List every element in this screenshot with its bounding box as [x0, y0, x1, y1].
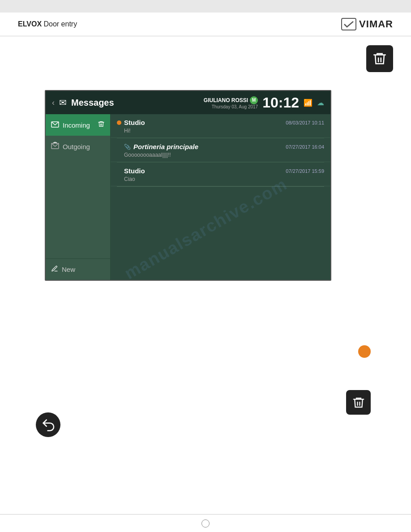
message-item[interactable]: Studio 08/03/2017 10:11 Hi!: [111, 114, 330, 138]
trash-button-bottom[interactable]: [346, 390, 371, 415]
sidebar-new[interactable]: New: [46, 258, 110, 280]
vimar-text: VIMAR: [359, 18, 393, 30]
message-date: 07/27/2017 15:59: [286, 168, 324, 174]
cloud-icon: ☁: [317, 99, 324, 107]
sidebar: Incoming Outgoin: [46, 114, 111, 280]
trash-icon-bottom: [352, 396, 365, 409]
messages-title: Messages: [71, 98, 114, 108]
message-header: Studio 08/03/2017 10:11: [117, 119, 324, 126]
message-list: Studio 08/03/2017 10:11 Hi! 📎 Portineria: [111, 114, 330, 280]
reply-button[interactable]: [36, 412, 60, 437]
reply-icon: [41, 417, 56, 433]
sender-row: Studio: [117, 167, 145, 175]
message-preview: Ciao: [117, 176, 324, 182]
user-info: GIULIANO ROSSI M Thursday 03, Aug 2017: [204, 96, 258, 109]
topbar-left: ‹ ✉ Messages: [52, 97, 114, 108]
sidebar-spacer: [46, 157, 110, 258]
message-preview: Goooooooaaaal||||!!: [117, 152, 324, 158]
pencil-icon: [51, 265, 58, 274]
screen-topbar: ‹ ✉ Messages GIULIANO ROSSI M Thursday 0…: [46, 91, 330, 114]
clock-time: 10:12: [262, 94, 299, 111]
new-label: New: [62, 266, 75, 273]
sidebar-trash-icon[interactable]: [98, 120, 105, 129]
footer: [0, 514, 411, 532]
main-content: path{stroke:#fff;stroke-width:1.8;fill:n…: [0, 36, 411, 529]
incoming-icon: [51, 120, 59, 129]
topbar-right: GIULIANO ROSSI M Thursday 03, Aug 2017 1…: [204, 94, 324, 111]
vimar-logo: VIMAR: [341, 18, 393, 30]
sidebar-item-outgoing[interactable]: Outgoing: [46, 136, 110, 157]
message-item[interactable]: Studio 07/27/2017 15:59 Ciao: [111, 163, 330, 186]
device-screenshot: ‹ ✉ Messages GIULIANO ROSSI M Thursday 0…: [45, 90, 331, 281]
footer-circle: [201, 519, 210, 528]
sender-row: Studio: [117, 119, 145, 126]
outgoing-icon: [51, 142, 59, 151]
sender-row: 📎 Portineria principale: [117, 143, 198, 150]
message-sender: Studio: [124, 119, 145, 126]
incoming-label: Incoming: [63, 121, 94, 129]
envelope-icon: ✉: [59, 97, 67, 108]
orange-indicator: [358, 345, 371, 358]
message-preview: Hi!: [117, 128, 324, 134]
brand-bar: ELVOX Door entry VIMAR: [0, 13, 411, 36]
message-date: 08/03/2017 10:11: [286, 120, 324, 125]
header-bar: [0, 0, 411, 13]
trash-icon-top: path{stroke:#fff;stroke-width:1.8;fill:n…: [372, 51, 387, 66]
back-arrow-icon[interactable]: ‹: [52, 98, 55, 107]
sidebar-item-incoming[interactable]: Incoming: [46, 114, 110, 136]
trash-button-top[interactable]: path{stroke:#fff;stroke-width:1.8;fill:n…: [366, 45, 393, 72]
message-date: 07/27/2017 16:04: [286, 144, 324, 150]
vimar-logo-icon: [341, 18, 356, 30]
message-sender: Studio: [124, 167, 145, 175]
brand-name: ELVOX Door entry: [18, 20, 77, 28]
svg-rect-0: [342, 18, 356, 30]
wifi-icon: 📶: [304, 99, 313, 107]
user-date: Thursday 03, Aug 2017: [204, 104, 258, 109]
brand-elvox: ELVOX: [18, 20, 42, 28]
user-name: GIULIANO ROSSI M: [204, 96, 258, 104]
outgoing-label: Outgoing: [63, 143, 105, 150]
message-sender: Portineria principale: [133, 143, 198, 150]
user-badge: M: [250, 96, 258, 104]
divider-bottom: [117, 186, 324, 187]
message-item[interactable]: 📎 Portineria principale 07/27/2017 16:04…: [111, 138, 330, 162]
unread-dot: [117, 120, 121, 125]
message-header: 📎 Portineria principale 07/27/2017 16:04: [117, 143, 324, 150]
brand-door: Door entry: [42, 20, 77, 28]
screen-body: Incoming Outgoin: [46, 114, 330, 280]
message-header: Studio 07/27/2017 15:59: [117, 167, 324, 175]
pin-icon: 📎: [124, 144, 131, 150]
